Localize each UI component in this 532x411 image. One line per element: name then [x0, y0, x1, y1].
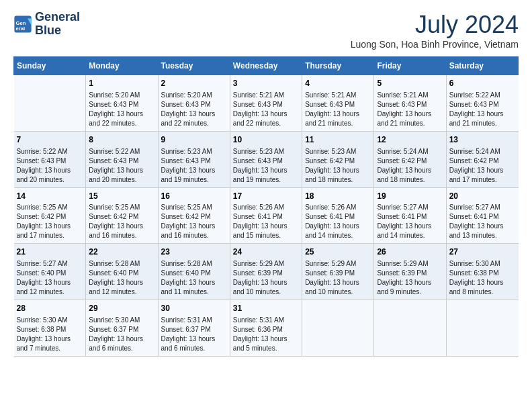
day-detail: Sunrise: 5:22 AM Sunset: 6:43 PM Dayligh…	[449, 91, 516, 128]
day-number: 5	[377, 78, 443, 89]
calendar-cell: 28Sunrise: 5:30 AM Sunset: 6:38 PM Dayli…	[14, 300, 86, 357]
calendar-row: 14Sunrise: 5:25 AM Sunset: 6:42 PM Dayli…	[14, 187, 519, 244]
calendar-row: 21Sunrise: 5:27 AM Sunset: 6:40 PM Dayli…	[14, 244, 519, 300]
calendar-cell: 3Sunrise: 5:21 AM Sunset: 6:43 PM Daylig…	[230, 75, 302, 132]
calendar-cell: 27Sunrise: 5:30 AM Sunset: 6:38 PM Dayli…	[446, 244, 518, 300]
calendar-cell: 26Sunrise: 5:29 AM Sunset: 6:39 PM Dayli…	[374, 244, 446, 300]
calendar-cell: 30Sunrise: 5:31 AM Sunset: 6:37 PM Dayli…	[158, 300, 230, 357]
day-number: 7	[17, 134, 83, 146]
day-detail: Sunrise: 5:31 AM Sunset: 6:37 PM Dayligh…	[161, 316, 227, 353]
day-detail: Sunrise: 5:31 AM Sunset: 6:36 PM Dayligh…	[233, 316, 299, 353]
day-number: 27	[449, 246, 516, 258]
title-area: July 2024 Luong Son, Hoa Binh Province, …	[351, 11, 519, 50]
calendar-cell: 18Sunrise: 5:26 AM Sunset: 6:41 PM Dayli…	[302, 187, 374, 244]
location: Luong Son, Hoa Binh Province, Vietnam	[351, 39, 519, 50]
calendar-cell: 16Sunrise: 5:25 AM Sunset: 6:42 PM Dayli…	[158, 187, 230, 244]
day-detail: Sunrise: 5:28 AM Sunset: 6:40 PM Dayligh…	[161, 259, 227, 297]
day-number: 15	[89, 191, 154, 202]
day-detail: Sunrise: 5:24 AM Sunset: 6:42 PM Dayligh…	[377, 147, 443, 185]
calendar-cell: 25Sunrise: 5:29 AM Sunset: 6:39 PM Dayli…	[302, 244, 374, 300]
day-detail: Sunrise: 5:23 AM Sunset: 6:43 PM Dayligh…	[161, 147, 227, 185]
dow-header-friday: Friday	[374, 57, 446, 75]
calendar-cell	[14, 75, 86, 132]
calendar-cell: 21Sunrise: 5:27 AM Sunset: 6:40 PM Dayli…	[14, 244, 86, 300]
day-number: 24	[233, 246, 299, 258]
day-detail: Sunrise: 5:29 AM Sunset: 6:39 PM Dayligh…	[377, 259, 443, 297]
calendar-cell: 9Sunrise: 5:23 AM Sunset: 6:43 PM Daylig…	[158, 131, 230, 187]
day-detail: Sunrise: 5:27 AM Sunset: 6:41 PM Dayligh…	[377, 203, 443, 240]
day-number: 9	[161, 134, 227, 146]
day-number: 4	[305, 78, 371, 89]
calendar-cell: 8Sunrise: 5:22 AM Sunset: 6:43 PM Daylig…	[86, 131, 158, 187]
calendar-cell: 13Sunrise: 5:24 AM Sunset: 6:42 PM Dayli…	[446, 131, 518, 187]
dow-header-tuesday: Tuesday	[158, 57, 230, 75]
day-detail: Sunrise: 5:25 AM Sunset: 6:42 PM Dayligh…	[89, 203, 154, 240]
day-number: 22	[89, 246, 154, 258]
day-number: 2	[161, 78, 227, 89]
day-detail: Sunrise: 5:26 AM Sunset: 6:41 PM Dayligh…	[233, 203, 299, 240]
day-detail: Sunrise: 5:20 AM Sunset: 6:43 PM Dayligh…	[89, 91, 154, 128]
calendar-cell: 17Sunrise: 5:26 AM Sunset: 6:41 PM Dayli…	[230, 187, 302, 244]
day-detail: Sunrise: 5:20 AM Sunset: 6:43 PM Dayligh…	[161, 91, 227, 128]
day-number: 26	[377, 246, 443, 258]
day-detail: Sunrise: 5:25 AM Sunset: 6:42 PM Dayligh…	[161, 203, 227, 240]
day-number: 28	[17, 303, 83, 314]
calendar-cell: 20Sunrise: 5:27 AM Sunset: 6:41 PM Dayli…	[446, 187, 518, 244]
day-number: 11	[305, 134, 371, 146]
day-detail: Sunrise: 5:27 AM Sunset: 6:40 PM Dayligh…	[17, 259, 83, 297]
calendar-row: 28Sunrise: 5:30 AM Sunset: 6:38 PM Dayli…	[14, 300, 519, 357]
day-detail: Sunrise: 5:23 AM Sunset: 6:42 PM Dayligh…	[305, 147, 371, 185]
day-detail: Sunrise: 5:27 AM Sunset: 6:41 PM Dayligh…	[449, 203, 516, 240]
day-detail: Sunrise: 5:26 AM Sunset: 6:41 PM Dayligh…	[305, 203, 371, 240]
day-number: 3	[233, 78, 299, 89]
calendar-row: 7Sunrise: 5:22 AM Sunset: 6:43 PM Daylig…	[14, 131, 519, 187]
day-detail: Sunrise: 5:30 AM Sunset: 6:38 PM Dayligh…	[17, 316, 83, 353]
day-number: 31	[233, 303, 299, 314]
day-detail: Sunrise: 5:29 AM Sunset: 6:39 PM Dayligh…	[305, 259, 371, 297]
calendar-cell	[446, 300, 518, 357]
day-detail: Sunrise: 5:30 AM Sunset: 6:38 PM Dayligh…	[449, 259, 516, 297]
calendar-cell: 31Sunrise: 5:31 AM Sunset: 6:36 PM Dayli…	[230, 300, 302, 357]
calendar-cell: 15Sunrise: 5:25 AM Sunset: 6:42 PM Dayli…	[86, 187, 158, 244]
calendar-cell: 24Sunrise: 5:29 AM Sunset: 6:39 PM Dayli…	[230, 244, 302, 300]
day-detail: Sunrise: 5:23 AM Sunset: 6:43 PM Dayligh…	[233, 147, 299, 185]
day-number: 30	[161, 303, 227, 314]
day-number: 10	[233, 134, 299, 146]
day-number: 21	[17, 246, 83, 258]
day-detail: Sunrise: 5:28 AM Sunset: 6:40 PM Dayligh…	[89, 259, 154, 297]
day-detail: Sunrise: 5:29 AM Sunset: 6:39 PM Dayligh…	[233, 259, 299, 297]
day-number: 14	[17, 191, 83, 202]
header: Gen eral General Blue July 2024 Luong So…	[13, 11, 519, 50]
day-detail: Sunrise: 5:21 AM Sunset: 6:43 PM Dayligh…	[233, 91, 299, 128]
day-detail: Sunrise: 5:24 AM Sunset: 6:42 PM Dayligh…	[449, 147, 516, 185]
day-number: 23	[161, 246, 227, 258]
day-detail: Sunrise: 5:30 AM Sunset: 6:37 PM Dayligh…	[89, 316, 154, 353]
calendar-cell: 10Sunrise: 5:23 AM Sunset: 6:43 PM Dayli…	[230, 131, 302, 187]
calendar-cell: 4Sunrise: 5:21 AM Sunset: 6:43 PM Daylig…	[302, 75, 374, 132]
day-detail: Sunrise: 5:22 AM Sunset: 6:43 PM Dayligh…	[89, 147, 154, 185]
day-number: 29	[89, 303, 154, 314]
svg-text:eral: eral	[16, 26, 26, 32]
logo-text: General Blue	[35, 11, 80, 38]
day-number: 13	[449, 134, 516, 146]
calendar-cell: 29Sunrise: 5:30 AM Sunset: 6:37 PM Dayli…	[86, 300, 158, 357]
calendar-cell: 14Sunrise: 5:25 AM Sunset: 6:42 PM Dayli…	[14, 187, 86, 244]
day-number: 8	[89, 134, 154, 146]
dow-header-monday: Monday	[86, 57, 158, 75]
calendar-cell: 12Sunrise: 5:24 AM Sunset: 6:42 PM Dayli…	[374, 131, 446, 187]
day-number: 20	[449, 191, 516, 202]
calendar-cell: 1Sunrise: 5:20 AM Sunset: 6:43 PM Daylig…	[86, 75, 158, 132]
day-detail: Sunrise: 5:21 AM Sunset: 6:43 PM Dayligh…	[305, 91, 371, 128]
day-detail: Sunrise: 5:25 AM Sunset: 6:42 PM Dayligh…	[17, 203, 83, 240]
day-detail: Sunrise: 5:22 AM Sunset: 6:43 PM Dayligh…	[17, 147, 83, 185]
dow-header-wednesday: Wednesday	[230, 57, 302, 75]
calendar-cell: 6Sunrise: 5:22 AM Sunset: 6:43 PM Daylig…	[446, 75, 518, 132]
calendar-table: SundayMondayTuesdayWednesdayThursdayFrid…	[13, 56, 519, 357]
day-number: 16	[161, 191, 227, 202]
calendar-cell: 19Sunrise: 5:27 AM Sunset: 6:41 PM Dayli…	[374, 187, 446, 244]
month-year: July 2024	[351, 11, 519, 39]
calendar-cell	[302, 300, 374, 357]
day-number: 6	[449, 78, 516, 89]
logo: Gen eral General Blue	[13, 11, 80, 38]
calendar-cell: 2Sunrise: 5:20 AM Sunset: 6:43 PM Daylig…	[158, 75, 230, 132]
